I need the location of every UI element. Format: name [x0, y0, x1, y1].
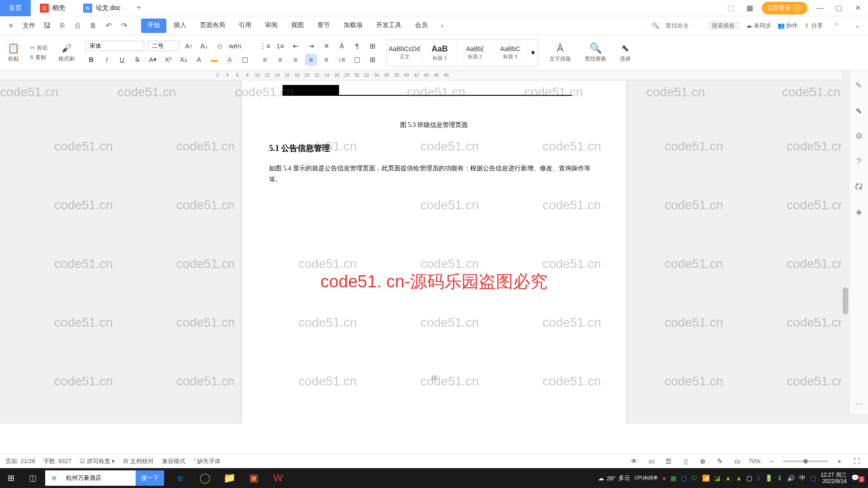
style-gallery-more[interactable]: ▾: [528, 40, 538, 66]
ribbon-tab-view[interactable]: 视图: [285, 19, 310, 33]
align-left-icon[interactable]: ≡: [259, 54, 271, 66]
borders-icon[interactable]: ⊞: [367, 54, 378, 66]
sync-status[interactable]: ☁ 未同步: [746, 22, 771, 30]
eye-icon[interactable]: 👁: [628, 455, 640, 467]
copy-button[interactable]: ⎘ 复制: [30, 54, 47, 61]
spellcheck-toggle[interactable]: ☑ 拼写检查 ▾: [80, 457, 115, 465]
style-heading1[interactable]: AaB 标题 1: [422, 40, 458, 66]
pointer-icon[interactable]: ⬉: [853, 105, 865, 117]
vertical-scrollbar[interactable]: [842, 70, 849, 414]
tray-nvidia-icon[interactable]: ◪: [714, 474, 720, 482]
tray-bluetooth-icon[interactable]: ᛒ: [757, 474, 760, 482]
format-painter-button[interactable]: 🖌 格式刷: [56, 42, 77, 64]
find-replace-button[interactable]: 🔍 查找替换: [582, 42, 609, 64]
ribbon-tab-section[interactable]: 章节: [311, 19, 336, 33]
tray-icon-7[interactable]: ⬇: [777, 474, 783, 482]
style-heading3[interactable]: AaBbC 标题 3: [493, 40, 528, 66]
show-marks-icon[interactable]: ¶: [351, 40, 363, 52]
web-view-icon[interactable]: ▯: [680, 455, 692, 467]
tray-wifi-icon[interactable]: 📶: [702, 474, 710, 482]
tray-ime-icon[interactable]: 中: [799, 474, 806, 482]
scrollbar-thumb[interactable]: [843, 287, 848, 314]
style-normal[interactable]: AaBbCcDd 正文: [387, 40, 422, 66]
settings-slider-icon[interactable]: ⚙: [853, 130, 865, 142]
edit-icon[interactable]: ✎: [714, 455, 726, 467]
ribbon-tab-addins[interactable]: 加载项: [337, 19, 369, 33]
tray-icon-5[interactable]: ▲: [736, 474, 742, 482]
taskbar-search-button[interactable]: 搜一下: [136, 470, 164, 486]
layout-icon[interactable]: ⬚: [724, 1, 737, 15]
tab-document[interactable]: W 论文.doc: [74, 0, 129, 16]
outdent-icon[interactable]: ⇤: [290, 40, 302, 52]
taskbar-app-edge[interactable]: e: [170, 468, 191, 488]
zoom-in-button[interactable]: +: [834, 455, 845, 467]
ruler-toggle-icon[interactable]: ▭: [731, 455, 743, 467]
line-spacing-icon[interactable]: ↕≡: [336, 54, 348, 66]
tray-icon-8[interactable]: ▢: [810, 474, 816, 482]
tray-notifications-icon[interactable]: 💬2: [851, 474, 864, 483]
italic-button[interactable]: I: [101, 54, 113, 66]
login-button[interactable]: 立即登录: [762, 2, 807, 14]
strikethrough-button[interactable]: S̶: [132, 54, 143, 66]
ribbon-tab-reference[interactable]: 引用: [232, 19, 258, 33]
tray-icon-3[interactable]: ▢: [681, 474, 687, 482]
bullet-list-icon[interactable]: ⋮≡: [259, 40, 271, 52]
asian-layout-icon[interactable]: ✕: [321, 40, 332, 52]
taskbar-app-terminal[interactable]: ▣: [243, 468, 264, 488]
font-size-select[interactable]: [148, 41, 179, 51]
zoom-out-button[interactable]: −: [766, 455, 778, 467]
tab-add-button[interactable]: +: [129, 3, 148, 13]
tray-icon-2[interactable]: ▦: [670, 474, 676, 482]
taskbar-clock[interactable]: 12:27 周三 2022/9/14: [821, 472, 846, 485]
tray-battery-icon[interactable]: 🔋: [765, 474, 773, 482]
save-icon[interactable]: 🖫: [40, 19, 54, 33]
align-justify-icon[interactable]: ≡: [305, 54, 317, 66]
location-icon[interactable]: ◈: [853, 206, 865, 218]
file-menu[interactable]: 文件: [19, 22, 39, 30]
cpu-usage-label[interactable]: CPU利用率: [635, 475, 658, 481]
ribbon-collapse-down-icon[interactable]: ⌄: [850, 19, 864, 33]
font-name-select[interactable]: [85, 41, 144, 51]
translate-icon[interactable]: 🗘: [853, 181, 865, 192]
collab-button[interactable]: 👥 协作: [778, 22, 798, 30]
superscript-button[interactable]: X²: [162, 54, 174, 66]
shrink-font-icon[interactable]: A↓: [198, 40, 210, 52]
char-border-icon[interactable]: ▢: [239, 54, 251, 66]
tab-home[interactable]: 首页: [0, 0, 31, 16]
underline-button[interactable]: U: [116, 54, 128, 66]
tab-docker[interactable]: D 稻壳: [31, 0, 74, 16]
zoom-slider[interactable]: [783, 460, 828, 462]
window-minimize-button[interactable]: —: [813, 1, 826, 15]
tabs-icon[interactable]: ⊞: [367, 40, 378, 52]
pen-icon[interactable]: ✎: [853, 80, 865, 91]
paste-button[interactable]: 📋 粘贴: [5, 42, 22, 64]
text-effects-icon[interactable]: A: [193, 54, 205, 66]
taskbar-app-browser[interactable]: ◯: [194, 468, 216, 488]
export-icon[interactable]: ⎘: [55, 19, 70, 33]
taskbar-weather[interactable]: ☁ 26° 多云: [598, 474, 630, 482]
grow-font-icon[interactable]: A↑: [183, 40, 195, 52]
share-button[interactable]: ⇪ 分享: [804, 22, 823, 30]
word-count[interactable]: 字数: 9327: [43, 457, 71, 465]
cut-button[interactable]: ✂ 剪切: [30, 44, 47, 52]
ribbon-tab-layout[interactable]: 页面布局: [193, 19, 231, 33]
ribbon-tab-insert[interactable]: 插入: [167, 19, 193, 33]
sort-icon[interactable]: Ā: [336, 40, 348, 52]
style-heading2[interactable]: AaBb( 标题 2: [458, 40, 493, 66]
ruler[interactable]: 2468101214161820222426283032343638404244…: [0, 70, 868, 80]
ribbon-tab-review[interactable]: 审阅: [259, 19, 284, 33]
fullscreen-icon[interactable]: ⛶: [851, 455, 863, 467]
tray-icon-1[interactable]: ●: [662, 474, 666, 482]
read-view-icon[interactable]: ▭: [646, 455, 657, 467]
select-button[interactable]: ⬉ 选择: [617, 42, 633, 64]
text-layout-button[interactable]: Ā 文字排版: [547, 42, 574, 64]
tray-volume-icon[interactable]: 🔊: [787, 474, 795, 482]
indent-icon[interactable]: ⇥: [305, 40, 317, 52]
outline-view-icon[interactable]: ☰: [663, 455, 675, 467]
task-view-button[interactable]: ◫: [22, 468, 43, 488]
document-area[interactable]: 图 5.3 班级信息管理页面 5.1 公告信息管理 如图 5.4 显示的就是公告…: [0, 80, 868, 424]
ribbon-tab-start[interactable]: 开始: [141, 19, 166, 33]
print-icon[interactable]: ⎙: [71, 19, 85, 33]
tray-icon-4[interactable]: ▲: [725, 474, 731, 482]
page-indicator[interactable]: 页面: 21/28: [5, 457, 35, 465]
